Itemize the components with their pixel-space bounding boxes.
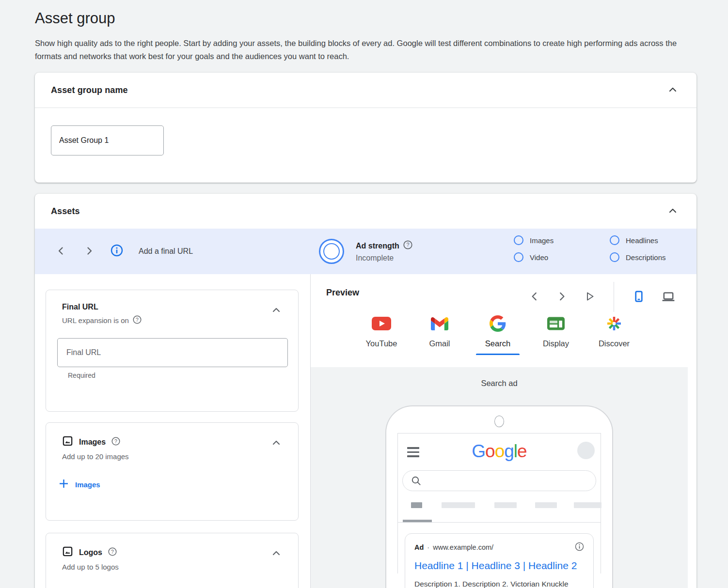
placeholder-bar bbox=[535, 502, 557, 508]
asset-group-name-header: Asset group name bbox=[35, 73, 696, 108]
chevron-left-icon bbox=[529, 291, 540, 303]
placeholder-bar bbox=[442, 502, 475, 508]
help-icon[interactable]: ? bbox=[403, 240, 412, 251]
tab-youtube[interactable]: YouTube bbox=[352, 314, 411, 355]
svg-text:?: ? bbox=[114, 438, 117, 444]
gmail-icon bbox=[431, 314, 448, 333]
help-icon[interactable]: ? bbox=[111, 437, 120, 448]
placeholder-tabs bbox=[398, 502, 601, 508]
placeholder-bar bbox=[574, 502, 601, 508]
preview-previous-button[interactable] bbox=[527, 289, 542, 305]
collapse-button[interactable] bbox=[269, 303, 284, 319]
ad-headline[interactable]: Headline 1 | Headline 3 | Headline 2 bbox=[414, 560, 584, 572]
collapse-button[interactable] bbox=[269, 546, 284, 562]
assets-title: Assets bbox=[51, 206, 80, 217]
separator-dot: · bbox=[427, 543, 429, 551]
url-expansion-label: URL expansion is on bbox=[62, 316, 129, 325]
laptop-icon bbox=[662, 290, 675, 304]
desktop-preview-button[interactable] bbox=[660, 288, 677, 306]
next-asset-group-button[interactable] bbox=[82, 244, 96, 259]
search-bar bbox=[402, 470, 596, 491]
final-url-section: Final URL URL expansion is on ? bbox=[46, 290, 299, 412]
tab-search[interactable]: Search bbox=[469, 314, 527, 355]
asset-group-name-card: Asset group name bbox=[35, 73, 696, 183]
google-g-icon bbox=[490, 314, 506, 333]
avatar bbox=[577, 442, 595, 459]
phone-screen: Google bbox=[397, 433, 601, 573]
divider bbox=[398, 522, 601, 523]
preview-stage: Search ad Google bbox=[311, 367, 688, 588]
tab-display[interactable]: Display bbox=[527, 314, 585, 355]
search-icon bbox=[411, 476, 422, 488]
google-logo: Google bbox=[398, 441, 601, 462]
chevron-up-icon bbox=[271, 437, 282, 449]
svg-text:?: ? bbox=[136, 317, 139, 323]
chevron-up-icon bbox=[667, 84, 678, 96]
ad-badge: Ad bbox=[414, 543, 424, 551]
final-url-input[interactable] bbox=[57, 338, 288, 367]
previous-asset-group-button[interactable] bbox=[54, 244, 68, 259]
circle-icon bbox=[610, 235, 619, 245]
phone-camera bbox=[494, 416, 504, 427]
svg-text:?: ? bbox=[406, 242, 409, 248]
ad-strength-gauge bbox=[319, 239, 344, 264]
collapse-button[interactable] bbox=[665, 82, 680, 98]
placeholder-bar bbox=[494, 502, 517, 508]
logos-title: Logos bbox=[79, 548, 102, 557]
tab-discover[interactable]: Discover bbox=[585, 314, 643, 355]
chevron-left-icon bbox=[56, 246, 66, 257]
chevron-up-icon bbox=[271, 305, 282, 317]
circle-icon bbox=[610, 252, 619, 262]
checklist-item-video: Video bbox=[514, 252, 610, 262]
circle-icon bbox=[514, 252, 523, 262]
preview-title: Preview bbox=[326, 288, 359, 298]
active-tab-indicator bbox=[476, 354, 520, 355]
display-url: www.example.com/ bbox=[433, 543, 493, 551]
mobile-preview-button[interactable] bbox=[631, 288, 647, 306]
play-icon bbox=[584, 291, 595, 304]
svg-text:?: ? bbox=[111, 549, 114, 554]
ad-strength-checklist: Images Headlines Video Descriptions bbox=[514, 235, 666, 262]
search-ad-preview-card: Ad · www.example.com/ bbox=[405, 533, 594, 588]
assets-toolbar: Add a final URL Ad strength ? Inco bbox=[35, 229, 696, 274]
discover-sparkle-icon bbox=[606, 314, 622, 333]
preview-channel-tabs: YouTube Gmail bbox=[352, 314, 696, 355]
assets-form-panel: Final URL URL expansion is on ? bbox=[35, 274, 310, 588]
ad-strength-label: Ad strength bbox=[356, 242, 399, 250]
add-images-button[interactable]: Images bbox=[59, 479, 100, 490]
images-subtitle: Add up to 20 images bbox=[62, 452, 129, 461]
images-title: Images bbox=[79, 438, 106, 447]
checklist-item-headlines: Headlines bbox=[610, 235, 666, 245]
chevron-right-icon bbox=[556, 291, 567, 303]
asset-group-name-input[interactable] bbox=[51, 125, 164, 155]
ad-strength-status: Incomplete bbox=[356, 254, 412, 263]
checklist-item-images: Images bbox=[514, 235, 610, 245]
collapse-button[interactable] bbox=[269, 435, 284, 451]
display-icon bbox=[547, 314, 565, 333]
circle-icon bbox=[514, 235, 523, 245]
tab-gmail[interactable]: Gmail bbox=[411, 314, 469, 355]
images-section: Images ? Add up to 20 images bbox=[46, 422, 299, 521]
assets-card: Assets bbox=[35, 194, 696, 588]
assets-header: Assets bbox=[35, 194, 696, 229]
final-url-title: Final URL bbox=[62, 303, 142, 311]
phone-mockup: Google bbox=[385, 405, 613, 588]
youtube-icon bbox=[372, 314, 391, 333]
chevron-right-icon bbox=[84, 246, 94, 257]
help-icon[interactable]: ? bbox=[108, 547, 117, 558]
placeholder-bar bbox=[411, 502, 422, 508]
preview-panel: Preview bbox=[310, 274, 696, 588]
page-title: Asset group bbox=[35, 10, 115, 27]
divider bbox=[614, 282, 614, 312]
logos-section: Logos ? Add up to 5 logos bbox=[46, 533, 299, 588]
asset-group-name-title: Asset group name bbox=[51, 85, 128, 95]
collapse-button[interactable] bbox=[665, 203, 680, 219]
preview-play-button[interactable] bbox=[582, 289, 597, 306]
preview-next-button[interactable] bbox=[554, 289, 569, 305]
chevron-up-icon bbox=[271, 548, 282, 560]
help-icon[interactable]: ? bbox=[133, 315, 142, 325]
logos-subtitle: Add up to 5 logos bbox=[62, 563, 119, 571]
image-icon bbox=[62, 546, 73, 559]
mobile-phone-icon bbox=[633, 290, 645, 304]
plus-icon bbox=[59, 479, 68, 490]
